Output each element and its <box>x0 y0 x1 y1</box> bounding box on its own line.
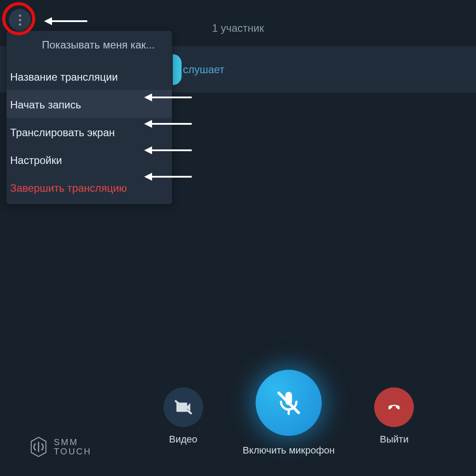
leave-label: Выйти <box>380 434 409 445</box>
menu-item-share-screen[interactable]: Транслировать экран <box>7 118 172 145</box>
microphone-button[interactable] <box>256 370 322 436</box>
participant-status: слушает <box>183 63 224 76</box>
dots-vertical-icon <box>19 15 21 17</box>
watermark-line1: SMM <box>54 438 92 447</box>
hangup-icon <box>384 398 404 417</box>
menu-item-end-stream[interactable]: Завершить трансляцию <box>7 173 172 204</box>
menu-item-stream-title[interactable]: Название трансляции <box>7 62 172 90</box>
options-dropdown: Показывать меня как... Название трансляц… <box>7 31 172 204</box>
video-label: Видео <box>169 434 197 445</box>
menu-item-start-recording[interactable]: Начать запись <box>7 90 172 118</box>
leave-button[interactable] <box>374 387 414 427</box>
microphone-off-icon <box>275 390 302 416</box>
watermark-line2: TOUCH <box>54 447 92 456</box>
watermark: SMM TOUCH <box>29 436 92 457</box>
camera-off-icon <box>174 398 193 416</box>
mic-label: Включить микрофон <box>243 445 335 456</box>
participants-count: 1 участник <box>212 22 264 34</box>
menu-item-settings[interactable]: Настройки <box>7 145 172 173</box>
menu-item-show-as[interactable]: Показывать меня как... <box>7 31 172 62</box>
avatar-edge <box>173 54 182 85</box>
smm-touch-logo-icon <box>29 436 48 457</box>
more-options-button[interactable] <box>9 9 31 31</box>
video-button[interactable] <box>164 387 203 427</box>
